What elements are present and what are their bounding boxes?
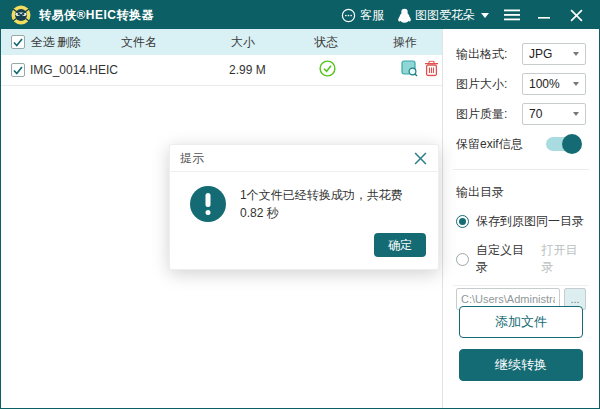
dialog-message: 1个文件已经转换成功，共花费0.82 秒 — [240, 186, 424, 222]
support-label: 客服 — [360, 7, 384, 24]
result-dialog: 提示 1个文件已经转换成功，共花费0.82 秒 确定 — [169, 144, 439, 270]
output-format-value: JPG — [529, 47, 552, 61]
add-files-button[interactable]: 添加文件 — [459, 306, 583, 338]
delete-row-button[interactable] — [424, 61, 439, 80]
delete-selected-button[interactable]: 删除 — [57, 34, 81, 51]
column-size: 大小 — [231, 34, 255, 51]
dialog-close-button[interactable] — [412, 150, 428, 166]
dialog-ok-button[interactable]: 确定 — [374, 233, 426, 257]
radio-custom-label: 自定义目录 — [476, 242, 532, 276]
output-format-label: 输出格式: — [456, 46, 507, 63]
column-actions: 操作 — [393, 34, 417, 51]
radio-selected-icon — [456, 215, 469, 228]
keep-exif-toggle[interactable] — [546, 137, 580, 151]
dialog-header: 提示 — [170, 145, 438, 172]
row-checkbox[interactable] — [11, 63, 25, 77]
chevron-down-icon — [573, 52, 579, 56]
output-dir-title: 输出目录 — [456, 184, 586, 201]
row-filesize: 2.99 M — [229, 63, 266, 77]
image-quality-label: 图片质量: — [456, 106, 507, 123]
image-size-select[interactable]: 100% — [522, 73, 586, 95]
status-success-icon — [319, 60, 336, 80]
image-size-value: 100% — [529, 77, 560, 91]
chevron-down-icon — [481, 13, 489, 18]
keep-exif-label: 保留exif信息 — [456, 136, 523, 153]
support-button[interactable]: 客服 — [337, 1, 388, 29]
settings-sidebar: 输出格式: JPG 图片大小: 100% 图片质量: 70 — [442, 29, 599, 408]
image-quality-value: 70 — [529, 107, 542, 121]
select-all-checkbox[interactable] — [11, 35, 25, 49]
close-button[interactable] — [563, 1, 589, 29]
chevron-down-icon — [573, 112, 579, 116]
window-title: 转易侠®HEIC转换器 — [39, 7, 154, 24]
radio-same-directory[interactable]: 保存到原图同一目录 — [456, 213, 586, 230]
trash-icon — [424, 61, 439, 77]
radio-same-label: 保存到原图同一目录 — [476, 213, 584, 230]
account-name: 图图爱花朵 — [415, 7, 475, 24]
app-logo-icon — [11, 5, 31, 25]
table-header: 全选 删除 文件名 大小 状态 操作 — [1, 29, 442, 55]
column-filename: 文件名 — [121, 34, 157, 51]
row-filename: IMG_0014.HEIC — [30, 63, 118, 77]
select-all-label[interactable]: 全选 — [31, 34, 55, 51]
image-preview-icon — [401, 60, 418, 77]
column-status: 状态 — [314, 34, 338, 51]
dialog-title: 提示 — [180, 150, 204, 167]
image-quality-select[interactable]: 70 — [522, 103, 586, 125]
preview-image-button[interactable] — [401, 60, 418, 80]
continue-convert-button[interactable]: 继续转换 — [459, 349, 583, 381]
dialog-body: 1个文件已经转换成功，共花费0.82 秒 — [170, 172, 438, 222]
radio-custom-directory[interactable]: 自定义目录 打开目录 — [456, 242, 586, 276]
minimize-button[interactable] — [531, 1, 557, 29]
menu-button[interactable] — [499, 1, 525, 29]
chevron-down-icon — [573, 82, 579, 86]
image-size-label: 图片大小: — [456, 76, 507, 93]
app-window: 转易侠®HEIC转换器 客服 图图爱花朵 — [0, 0, 600, 409]
account-menu[interactable]: 图图爱花朵 — [394, 1, 493, 29]
chat-bubble-icon — [341, 8, 356, 23]
radio-unselected-icon — [456, 253, 469, 266]
divider — [453, 285, 589, 286]
divider — [453, 169, 589, 170]
close-icon — [570, 9, 583, 22]
table-row: IMG_0014.HEIC 2.99 M — [1, 55, 442, 86]
hamburger-icon — [504, 9, 520, 21]
open-directory-link[interactable]: 打开目录 — [542, 242, 586, 276]
minimize-icon — [538, 9, 550, 21]
output-format-select[interactable]: JPG — [522, 43, 586, 65]
exclamation-icon — [190, 186, 226, 222]
titlebar: 转易侠®HEIC转换器 客服 图图爱花朵 — [1, 1, 599, 29]
qq-penguin-icon — [398, 8, 411, 23]
close-icon — [414, 152, 427, 165]
